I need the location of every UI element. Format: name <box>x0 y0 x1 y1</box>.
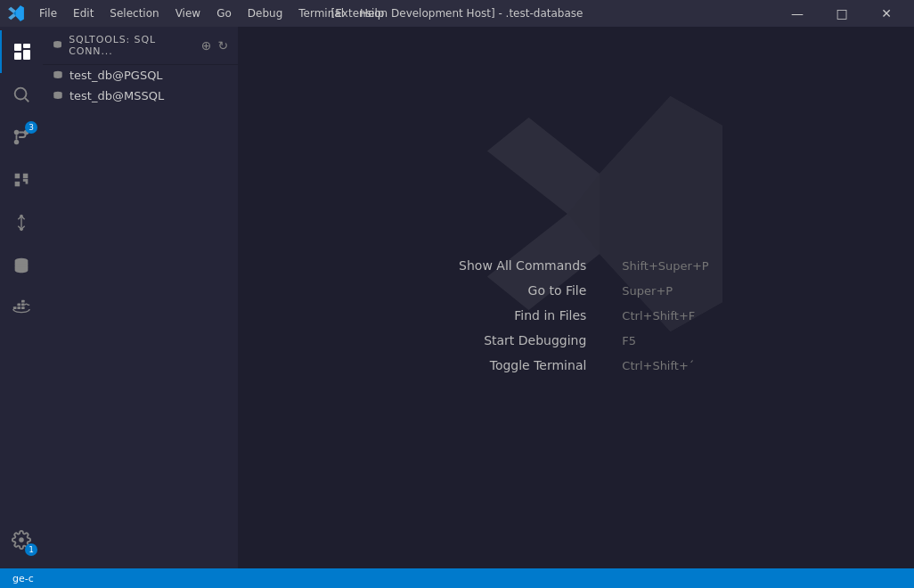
shortcut-row-2: Find in Files Ctrl+Shift+F <box>444 308 708 323</box>
db-mssql-icon <box>52 90 64 102</box>
menu-file[interactable]: File <box>32 5 64 21</box>
sidebar-add-icon[interactable]: ⊕ <box>201 38 213 53</box>
shortcut-row-0: Show All Commands Shift+Super+P <box>444 258 708 273</box>
svg-rect-1 <box>23 44 30 48</box>
svg-rect-15 <box>17 304 20 306</box>
menu-edit[interactable]: Edit <box>66 5 101 21</box>
shortcuts-section: Show All Commands Shift+Super+P Go to Fi… <box>444 258 708 372</box>
shortcut-label-0: Show All Commands <box>444 258 586 273</box>
sidebar-mssql-label: test_db@MSSQL <box>69 89 164 102</box>
statusbar: ge-c <box>0 568 914 588</box>
shortcut-key-4: Ctrl+Shift+´ <box>622 359 694 372</box>
window-title: [Extension Development Host] - .test-dat… <box>331 7 583 20</box>
vscode-logo-icon <box>7 4 25 22</box>
shortcut-label-4: Toggle Terminal <box>444 358 586 372</box>
statusbar-item[interactable]: ge-c <box>7 573 39 584</box>
activity-docker[interactable] <box>0 287 43 330</box>
activity-git[interactable] <box>0 201 43 244</box>
svg-rect-2 <box>14 53 21 60</box>
activity-settings[interactable]: 1 <box>0 519 43 561</box>
svg-rect-3 <box>23 50 30 60</box>
activity-explorer[interactable] <box>0 30 43 73</box>
menu-debug[interactable]: Debug <box>241 5 290 21</box>
activity-search[interactable] <box>0 73 43 116</box>
main-layout: 3 1 SQLTOOLS: SQL CONN... ⊕ ↻ <box>0 27 914 568</box>
shortcut-label-1: Go to File <box>444 283 586 298</box>
menu-go[interactable]: Go <box>209 5 239 21</box>
maximize-button[interactable]: □ <box>821 0 862 27</box>
sidebar-header-actions: ⊕ ↻ <box>201 38 229 53</box>
main-content: Show All Commands Shift+Super+P Go to Fi… <box>239 27 914 568</box>
shortcut-label-3: Start Debugging <box>444 333 586 347</box>
svg-rect-17 <box>21 300 25 303</box>
svg-line-5 <box>25 98 29 102</box>
svg-rect-14 <box>21 306 25 309</box>
activity-bottom: 1 <box>0 519 43 568</box>
shortcut-key-0: Shift+Super+P <box>622 259 708 273</box>
source-control-badge: 3 <box>25 121 37 134</box>
menu-view[interactable]: View <box>168 5 208 21</box>
svg-point-4 <box>15 88 27 100</box>
window-controls: — □ ✕ <box>777 0 907 27</box>
svg-rect-12 <box>13 306 17 309</box>
sidebar-item-mssql[interactable]: test_db@MSSQL <box>43 86 238 106</box>
svg-rect-13 <box>17 306 20 309</box>
sidebar-refresh-icon[interactable]: ↻ <box>217 38 229 53</box>
menu-selection[interactable]: Selection <box>102 5 166 21</box>
activity-source-control[interactable]: 3 <box>0 116 43 159</box>
db-pgsql-icon <box>52 69 64 82</box>
shortcut-key-1: Super+P <box>622 284 673 298</box>
sidebar-header: SQLTOOLS: SQL CONN... ⊕ ↻ <box>43 27 238 65</box>
sidebar-header-label: SQLTOOLS: SQL CONN... <box>69 34 196 57</box>
sidebar: SQLTOOLS: SQL CONN... ⊕ ↻ test_db@PGSQL … <box>43 27 239 568</box>
svg-point-6 <box>14 130 20 135</box>
svg-rect-16 <box>21 304 25 306</box>
shortcut-row-1: Go to File Super+P <box>444 283 708 298</box>
sidebar-pgsql-label: test_db@PGSQL <box>69 69 163 82</box>
activity-bar: 3 1 <box>0 27 43 568</box>
shortcut-row-4: Toggle Terminal Ctrl+Shift+´ <box>444 358 708 372</box>
svg-point-8 <box>14 140 20 145</box>
minimize-button[interactable]: — <box>777 0 818 27</box>
settings-badge: 1 <box>25 543 37 556</box>
db-header-icon <box>52 39 63 52</box>
sidebar-item-pgsql[interactable]: test_db@PGSQL <box>43 65 238 86</box>
activity-db[interactable] <box>0 244 43 287</box>
shortcut-row-3: Start Debugging F5 <box>444 333 708 347</box>
activity-extensions[interactable] <box>0 159 43 201</box>
titlebar: File Edit Selection View Go Debug Termin… <box>0 0 914 27</box>
svg-rect-0 <box>14 44 21 51</box>
shortcut-key-2: Ctrl+Shift+F <box>622 309 695 323</box>
shortcut-key-3: F5 <box>622 334 636 347</box>
close-button[interactable]: ✕ <box>866 0 907 27</box>
shortcut-label-2: Find in Files <box>444 308 586 323</box>
